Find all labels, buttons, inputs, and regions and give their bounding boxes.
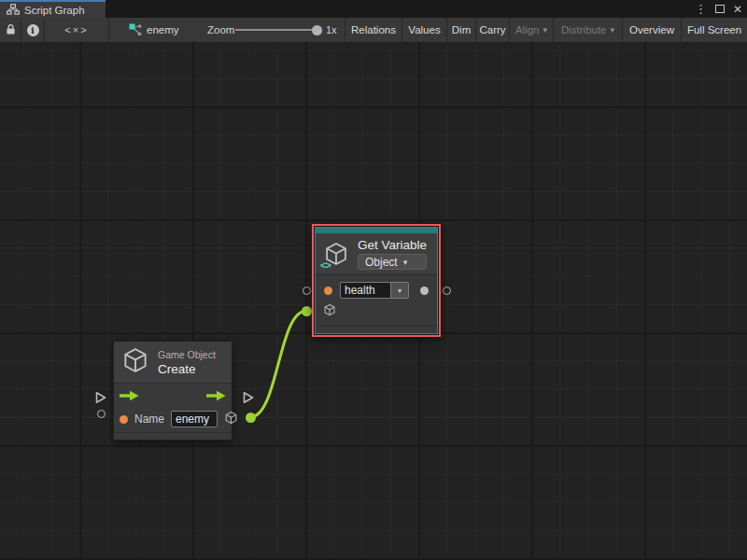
zoom-value: 1x [326, 18, 337, 42]
chevron-down-icon: ▾ [611, 25, 615, 35]
lock-icon [6, 23, 16, 37]
variable-name-dropdown[interactable]: ▾ [391, 282, 409, 299]
name-label: Name [134, 413, 164, 426]
port-name-input[interactable] [97, 410, 106, 418]
carry-button[interactable]: Carry [475, 18, 509, 42]
selection-inner-border: <> Get Variable Object ▾ [315, 227, 438, 334]
align-dropdown-button[interactable]: Align▾ [509, 18, 553, 42]
node-get-variable-selected[interactable]: <> Get Variable Object ▾ [312, 224, 441, 337]
code-brackets-icon: <> [320, 259, 331, 271]
graph-ref-icon [129, 23, 142, 37]
relations-button[interactable]: Relations [345, 18, 402, 42]
variable-scope-dropdown[interactable]: Object ▾ [358, 254, 427, 270]
window-controls: ⋮ ✕ [695, 0, 742, 18]
values-button[interactable]: Values [402, 18, 446, 42]
distribute-dropdown-button[interactable]: Distribute▾ [553, 18, 622, 42]
info-button[interactable]: i [21, 18, 45, 42]
more-options-icon[interactable]: ⋮ [695, 3, 707, 15]
chevron-down-icon: ▾ [398, 287, 402, 295]
port-game-object-output-connected[interactable] [246, 413, 256, 423]
graph-reference-button[interactable]: enemy [129, 18, 179, 42]
graph-ref-label: enemy [147, 24, 179, 35]
script-graph-window: Script Graph ⋮ ✕ i <×> [0, 0, 747, 560]
graph-toolbar: i <×> enemy Zoom 1x Relations Values Dim [0, 18, 747, 42]
node-body: Name [114, 383, 232, 432]
zoom-slider-track[interactable] [235, 29, 317, 31]
name-input-field[interactable] [171, 411, 218, 427]
port-value-output[interactable] [443, 287, 451, 295]
control-output-arrow-icon[interactable] [206, 388, 226, 405]
node-header: <> Get Variable Object ▾ [316, 233, 437, 274]
value-output-port-dot[interactable] [420, 287, 429, 295]
name-input-port-dot[interactable] [120, 415, 128, 424]
game-object-cube-icon [121, 346, 149, 378]
code-view-button[interactable]: <×> [45, 18, 109, 42]
node-title: Get Variable [358, 238, 427, 252]
node-header: Game Object Create [114, 342, 232, 383]
variable-name-port-dot[interactable] [324, 287, 332, 295]
chevron-down-icon: ▾ [543, 25, 548, 35]
variable-name-field[interactable] [340, 282, 391, 299]
fullscreen-button[interactable]: Full Screen [681, 18, 747, 42]
close-icon[interactable]: ✕ [733, 4, 742, 15]
lock-button[interactable] [0, 18, 21, 42]
port-control-output[interactable] [243, 391, 254, 404]
node-body: ▾ [316, 274, 437, 326]
zoom-label: Zoom [207, 18, 234, 42]
port-object-input-connected[interactable] [302, 306, 312, 316]
tab-bar: Script Graph ⋮ ✕ [0, 0, 747, 18]
dim-button[interactable]: Dim [446, 18, 475, 42]
node-create-game-object[interactable]: Game Object Create [113, 341, 233, 441]
script-graph-icon [7, 2, 20, 19]
maximize-icon[interactable] [715, 5, 725, 13]
toolbar-buttons: Relations Values Dim Carry Align▾ Distri… [345, 18, 747, 42]
object-input-icon[interactable] [323, 303, 336, 320]
code-icon: <×> [64, 24, 88, 35]
tab-script-graph[interactable]: Script Graph [0, 0, 106, 18]
variable-object-icon: <> [323, 241, 349, 267]
node-footer [316, 326, 437, 333]
port-control-input[interactable] [95, 391, 106, 404]
overview-button[interactable]: Overview [622, 18, 681, 42]
node-footer [114, 432, 232, 440]
zoom-slider-knob[interactable] [312, 25, 322, 35]
node-category: Game Object [158, 349, 216, 360]
node-title: Create [158, 362, 216, 376]
chevron-down-icon: ▾ [403, 258, 408, 267]
control-input-arrow-icon[interactable] [120, 388, 139, 405]
game-object-output-icon[interactable] [224, 411, 238, 428]
port-variable-name-input[interactable] [303, 287, 311, 295]
graph-canvas[interactable]: Game Object Create [0, 42, 747, 560]
info-icon: i [27, 24, 39, 36]
tab-title: Script Graph [24, 5, 85, 16]
